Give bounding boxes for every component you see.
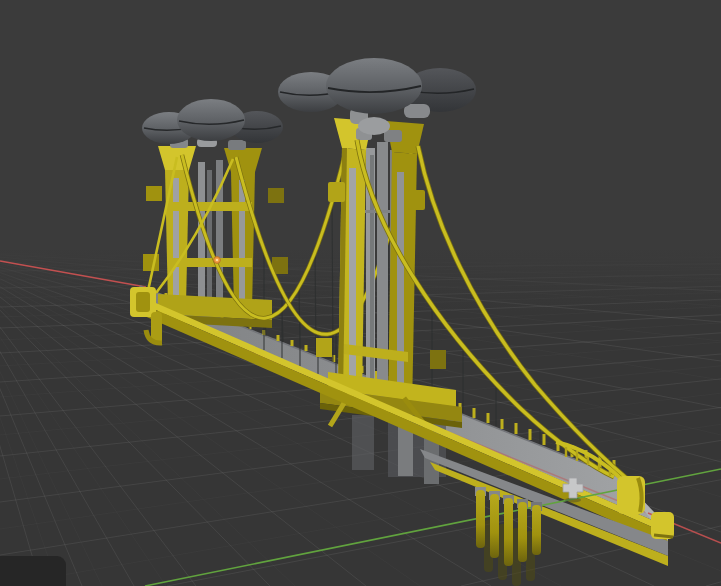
- deck-left-end-inner: [136, 292, 150, 312]
- corner-block-shade: [654, 535, 673, 537]
- operator-panel-collapsed[interactable]: [0, 556, 66, 586]
- far-tower-right-column-stripe: [239, 180, 245, 304]
- object-origin-dot[interactable]: [214, 257, 221, 264]
- far-balloon-cluster[interactable]: [142, 99, 283, 147]
- near-tower-saddle: [384, 130, 402, 142]
- near-tower-arm-lower: [316, 338, 332, 357]
- balloon-pod: [358, 117, 390, 135]
- far-tower-left-column-stripe: [173, 178, 179, 300]
- balloon-center: [177, 99, 245, 141]
- near-balloon-cluster[interactable]: [278, 58, 476, 135]
- balloon-center: [326, 58, 422, 114]
- balloon-pod: [404, 104, 430, 118]
- 3d-viewport[interactable]: [0, 0, 721, 586]
- far-tower-saddle: [228, 140, 246, 150]
- near-tower-arm-lower: [430, 350, 446, 369]
- near-tower-right-stripe: [397, 172, 404, 397]
- far-tower-arm: [268, 188, 284, 203]
- far-tower-back-column: [207, 170, 212, 298]
- near-tower-arm: [408, 190, 425, 210]
- near-tower-arm: [328, 182, 345, 202]
- far-tower-arm: [146, 186, 162, 201]
- under-deck-slab: [352, 415, 374, 470]
- viewport-canvas[interactable]: [0, 0, 721, 586]
